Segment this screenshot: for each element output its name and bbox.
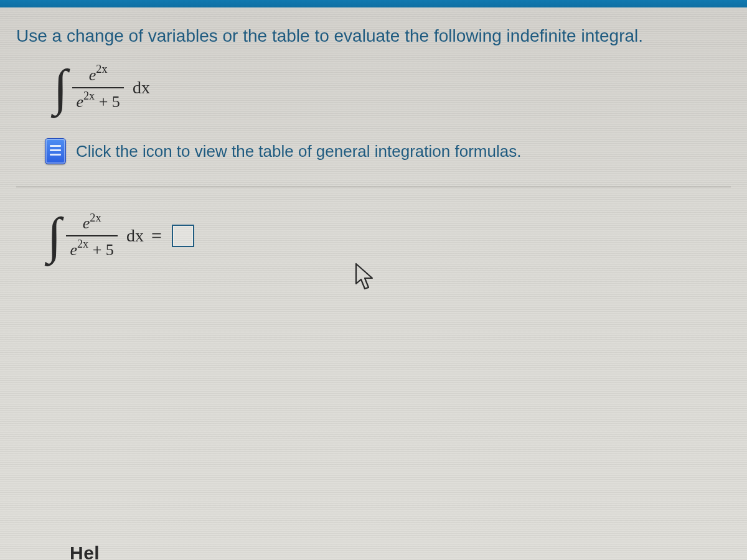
document-icon[interactable] (45, 138, 66, 164)
numerator-exponent: 2x (96, 63, 107, 75)
differential: dx (126, 226, 144, 246)
denominator-tail: + 5 (88, 241, 114, 259)
integral-symbol-icon: ∫ (47, 215, 61, 256)
fraction-numerator: e2x (85, 64, 111, 85)
question-prompt: Use a change of variables or the table t… (16, 25, 731, 47)
fraction-bar (72, 87, 123, 88)
equals-sign: = (151, 225, 162, 246)
denominator-base: e (76, 92, 83, 110)
answer-input[interactable] (172, 225, 194, 247)
fraction-bar (66, 235, 117, 236)
fraction-denominator: e2x + 5 (72, 91, 123, 111)
question-panel: Use a change of variables or the table t… (0, 7, 747, 560)
denominator-exponent: 2x (83, 90, 95, 102)
fraction: e2x e2x + 5 (72, 64, 123, 111)
fraction-denominator: e2x + 5 (66, 239, 117, 259)
answer-row: ∫ e2x e2x + 5 dx = (16, 212, 731, 259)
numerator-base: e (89, 66, 96, 84)
denominator-exponent: 2x (77, 238, 88, 250)
differential: dx (133, 78, 150, 98)
numerator-base: e (83, 214, 90, 232)
reference-link-row: Click the icon to view the table of gene… (45, 138, 731, 164)
answer-expression: ∫ e2x e2x + 5 dx = (47, 212, 731, 259)
section-divider (16, 187, 731, 187)
cursor-icon (354, 263, 378, 292)
integral-expression: ∫ e2x e2x + 5 dx (54, 64, 731, 111)
fraction: e2x e2x + 5 (66, 212, 117, 259)
numerator-exponent: 2x (90, 212, 101, 224)
reference-link[interactable]: Click the icon to view the table of gene… (76, 142, 521, 161)
footer-fragment: Hel (70, 543, 100, 560)
window-titlebar (0, 0, 747, 7)
integral-symbol-icon: ∫ (54, 67, 67, 108)
denominator-tail: + 5 (95, 92, 120, 110)
denominator-base: e (70, 241, 77, 259)
fraction-numerator: e2x (79, 212, 105, 233)
